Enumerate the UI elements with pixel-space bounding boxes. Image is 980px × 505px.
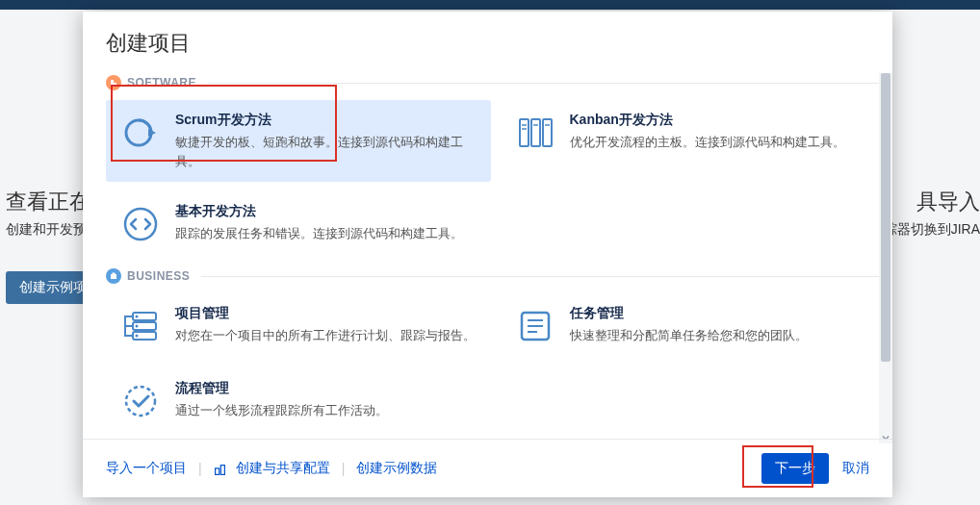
option-title: 流程管理 bbox=[175, 380, 477, 397]
bg-text: 踪器切换到JIRA bbox=[884, 221, 980, 239]
option-project-mgmt[interactable]: 项目管理 对您在一个项目中的所有工作进行计划、跟踪与报告。 bbox=[106, 293, 491, 359]
option-desc: 对您在一个项目中的所有工作进行计划、跟踪与报告。 bbox=[175, 326, 477, 345]
svg-point-16 bbox=[136, 316, 139, 318]
option-kanban[interactable]: Kanban开发方法 优化开发流程的主板。连接到源代码和构建工具。 bbox=[501, 100, 886, 182]
modal-title: 创建项目 bbox=[106, 29, 869, 58]
modal-body: SOFTWARE Scrum开发方法 敏捷开发的板、短跑和故事。连接到源代码和构… bbox=[83, 63, 892, 439]
project-mgmt-icon bbox=[119, 305, 162, 347]
section-header-software: SOFTWARE bbox=[106, 75, 885, 90]
share-config-link[interactable]: 创建与共享配置 bbox=[236, 460, 330, 477]
sample-data-link[interactable]: 创建示例数据 bbox=[356, 460, 437, 477]
option-process-mgmt[interactable]: 流程管理 通过一个线形流程跟踪所有工作活动。 bbox=[106, 368, 491, 434]
option-desc: 敏捷开发的板、短跑和故事。连接到源代码和构建工具。 bbox=[175, 133, 477, 170]
option-desc: 通过一个线形流程跟踪所有工作活动。 bbox=[175, 401, 477, 420]
option-scrum[interactable]: Scrum开发方法 敏捷开发的板、短跑和故事。连接到源代码和构建工具。 bbox=[106, 100, 491, 182]
business-options: 项目管理 对您在一个项目中的所有工作进行计划、跟踪与报告。 任务管理 快速整理 bbox=[106, 293, 885, 434]
business-section-icon bbox=[106, 268, 121, 284]
option-task-mgmt[interactable]: 任务管理 快速整理和分配简单任务给您和您的团队。 bbox=[501, 293, 886, 359]
kanban-icon bbox=[514, 112, 556, 154]
svg-rect-25 bbox=[220, 465, 224, 474]
option-basic-dev[interactable]: 基本开发方法 跟踪的发展任务和错误。连接到源代码和构建工具。 bbox=[106, 191, 491, 257]
process-mgmt-icon bbox=[119, 380, 162, 422]
separator: | bbox=[342, 461, 346, 476]
divider bbox=[201, 276, 885, 277]
option-title: Kanban开发方法 bbox=[570, 112, 872, 129]
import-project-link[interactable]: 导入一个项目 bbox=[106, 460, 187, 477]
svg-point-23 bbox=[126, 387, 155, 416]
bg-text: 具导入 bbox=[916, 188, 980, 216]
modal-header: 创建项目 bbox=[83, 12, 892, 63]
option-title: 基本开发方法 bbox=[175, 203, 477, 220]
svg-rect-24 bbox=[215, 467, 219, 474]
svg-point-18 bbox=[136, 335, 139, 338]
next-button[interactable]: 下一步 bbox=[761, 453, 829, 484]
section-header-business: BUSINESS bbox=[106, 268, 885, 284]
svg-point-17 bbox=[136, 325, 139, 328]
create-project-modal: 创建项目 SOFTWARE Scrum开发方法 bbox=[83, 12, 892, 497]
software-options: Scrum开发方法 敏捷开发的板、短跑和故事。连接到源代码和构建工具。 bbox=[106, 100, 885, 257]
separator: | bbox=[198, 461, 202, 476]
section-label: SOFTWARE bbox=[127, 76, 196, 89]
app-header-bar bbox=[0, 0, 980, 10]
option-title: Scrum开发方法 bbox=[175, 112, 477, 129]
software-section-icon bbox=[106, 75, 121, 90]
divider bbox=[208, 83, 885, 84]
scrollbar[interactable] bbox=[879, 73, 892, 443]
svg-rect-2 bbox=[520, 119, 529, 146]
option-desc: 跟踪的发展任务和错误。连接到源代码和构建工具。 bbox=[175, 224, 477, 243]
bg-text: 查看正在 bbox=[6, 188, 90, 216]
svg-rect-11 bbox=[111, 274, 116, 279]
scrollbar-thumb[interactable] bbox=[881, 73, 890, 362]
svg-rect-3 bbox=[531, 119, 540, 146]
option-title: 项目管理 bbox=[175, 305, 477, 322]
option-desc: 快速整理和分配简单任务给您和您的团队。 bbox=[570, 326, 872, 345]
svg-rect-12 bbox=[113, 273, 116, 275]
option-desc: 优化开发流程的主板。连接到源代码和构建工具。 bbox=[570, 133, 872, 152]
scrum-icon bbox=[119, 112, 162, 154]
modal-footer: 导入一个项目 | 创建与共享配置 | 创建示例数据 下一步 取消 bbox=[83, 439, 892, 497]
svg-rect-4 bbox=[543, 119, 552, 146]
option-title: 任务管理 bbox=[570, 305, 872, 322]
footer-actions: 下一步 取消 bbox=[761, 453, 869, 484]
bg-text: 创建和开发预 bbox=[6, 221, 87, 239]
share-icon bbox=[214, 461, 226, 475]
cancel-button[interactable]: 取消 bbox=[842, 460, 869, 477]
task-mgmt-icon bbox=[514, 305, 556, 347]
section-label: BUSINESS bbox=[127, 269, 190, 283]
code-icon bbox=[119, 203, 162, 245]
